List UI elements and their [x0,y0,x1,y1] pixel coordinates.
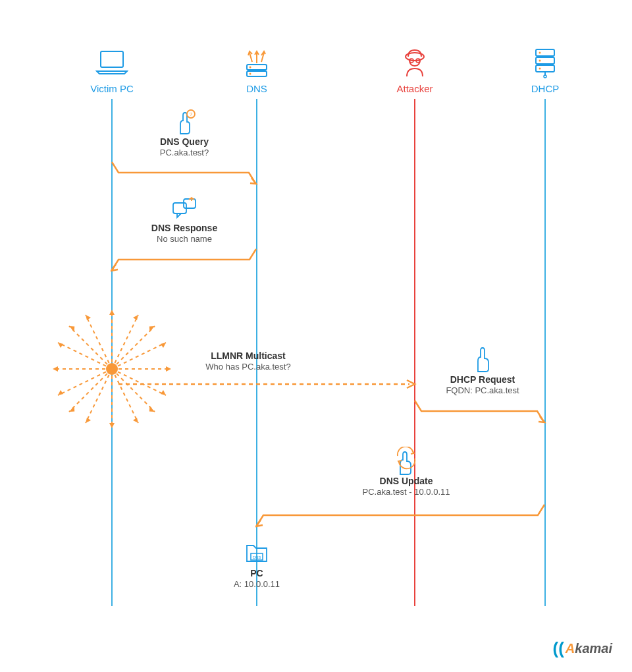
lifeline-attacker [414,99,415,606]
msg-dns-query: ? DNS Query PC.aka.test? [128,109,240,157]
msg-sub: PC.aka.test? [128,148,240,157]
dns-icon [230,46,283,79]
arrow-dhcp-request [413,399,546,424]
msg-dhcp-request: DHCP Request FQDN: PC.aka.test [427,347,539,395]
msg-sub: A: 10.0.0.11 [224,579,290,589]
svg-rect-8 [536,49,554,56]
arrow-dns-query [111,161,258,186]
svg-text:DNS: DNS [253,555,261,559]
svg-line-31 [58,343,112,369]
svg-point-15 [544,75,546,78]
laptop-icon [79,46,145,79]
svg-line-32 [112,343,166,369]
msg-sub: PC.aka.test - 10.0.0.11 [337,487,475,497]
hand-point-icon [427,347,539,373]
brand-logo: ((Akamai [553,638,613,659]
hand-question-icon: ? [128,109,240,135]
msg-title: DNS Query [128,136,240,147]
svg-line-28 [112,369,155,412]
arrow-llmnr [117,378,417,390]
msg-dns-record: DNS PC A: 10.0.0.11 [224,540,290,589]
msg-title: PC [224,568,290,578]
arrow-dns-response [111,248,258,273]
msg-sub: No such name [128,234,240,244]
brand-swoosh-icon: (( [553,638,564,659]
svg-line-29 [86,315,112,369]
dns-folder-icon: DNS [224,540,290,567]
dhcp-icon [519,46,571,79]
msg-title: DNS Response [128,223,240,233]
svg-rect-0 [101,51,123,67]
svg-line-27 [69,369,112,412]
actor-label: Attacker [382,83,448,94]
svg-line-26 [112,326,155,369]
actor-label: DNS [230,83,283,94]
actor-dhcp: DHCP [519,46,571,94]
actor-label: DHCP [519,83,571,94]
svg-line-36 [112,369,138,423]
actor-dns: DNS [230,46,283,94]
multicast-burst-icon [40,296,184,441]
svg-rect-10 [536,65,554,72]
msg-title: DHCP Request [427,374,539,385]
attacker-icon [382,46,448,79]
svg-point-12 [539,60,541,62]
msg-dns-response: DNS Response No such name [128,195,240,244]
svg-point-4 [250,73,251,75]
hand-refresh-icon [337,448,475,474]
arrow-dns-update [255,503,546,528]
svg-rect-9 [536,57,554,64]
msg-sub: FQDN: PC.aka.test [427,385,539,395]
svg-line-25 [69,326,112,369]
actor-label: Victim PC [79,83,145,94]
msg-title: LLMNR Multicast [179,350,317,361]
msg-title: DNS Update [337,476,475,486]
msg-sub: Who has PC.aka.test? [179,362,317,372]
svg-point-11 [539,52,541,54]
chat-icon [128,195,240,221]
msg-dns-update: DNS Update PC.aka.test - 10.0.0.11 [337,448,475,497]
svg-line-33 [58,369,112,395]
msg-llmnr: LLMNR Multicast Who has PC.aka.test? [179,350,317,372]
svg-point-13 [539,68,541,70]
svg-point-3 [250,67,251,69]
lifeline-dhcp [544,99,546,606]
svg-line-35 [86,369,112,423]
svg-line-30 [112,315,138,369]
actor-attacker: Attacker [382,46,448,94]
svg-text:?: ? [190,111,193,117]
actor-victim: Victim PC [79,46,145,94]
